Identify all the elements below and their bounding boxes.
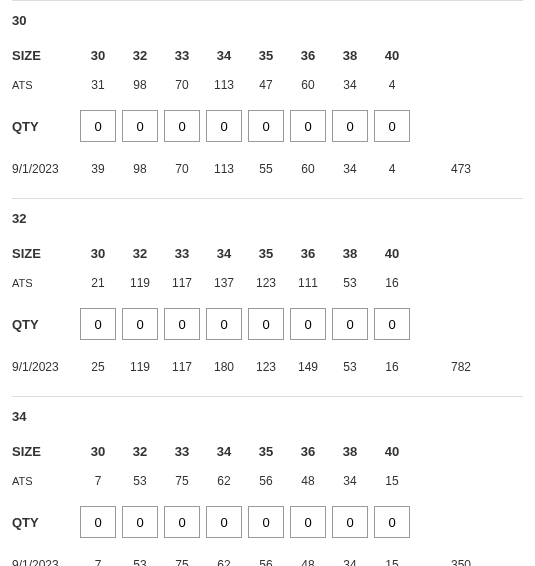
size-header-cell: 34 — [203, 444, 245, 459]
qty-input[interactable] — [374, 110, 410, 142]
qty-input[interactable] — [164, 110, 200, 142]
date-label: 9/1/2023 — [12, 360, 77, 374]
date-cell: 180 — [203, 360, 245, 374]
ats-cell: 21 — [77, 276, 119, 290]
size-header-cell: 35 — [245, 444, 287, 459]
date-cell: 123 — [245, 360, 287, 374]
qty-input[interactable] — [290, 308, 326, 340]
date-cell: 70 — [161, 162, 203, 176]
ats-label: ATS — [12, 79, 77, 91]
qty-input[interactable] — [290, 110, 326, 142]
ats-cell: 56 — [245, 474, 287, 488]
size-header-cell: 38 — [329, 444, 371, 459]
qty-cell — [203, 506, 245, 538]
qty-input[interactable] — [206, 308, 242, 340]
size-header-row: SIZE3032333435363840 — [12, 438, 523, 464]
date-cell: 34 — [329, 558, 371, 566]
qty-input[interactable] — [248, 110, 284, 142]
size-header-cell: 40 — [371, 444, 413, 459]
ats-cell: 16 — [371, 276, 413, 290]
size-header-cell: 30 — [77, 48, 119, 63]
size-header-cell: 30 — [77, 444, 119, 459]
qty-input[interactable] — [164, 308, 200, 340]
size-label: SIZE — [12, 246, 77, 261]
size-header-cell: 40 — [371, 246, 413, 261]
group-title: 34 — [12, 409, 523, 424]
size-header-cell: 33 — [161, 48, 203, 63]
size-header-cell: 34 — [203, 246, 245, 261]
date-cell: 48 — [287, 558, 329, 566]
qty-cell — [245, 308, 287, 340]
date-cell: 60 — [287, 162, 329, 176]
qty-cell — [77, 110, 119, 142]
ats-cell: 15 — [371, 474, 413, 488]
date-label: 9/1/2023 — [12, 558, 77, 566]
date-cell: 56 — [245, 558, 287, 566]
ats-cell: 53 — [119, 474, 161, 488]
date-cell: 4 — [371, 162, 413, 176]
qty-input[interactable] — [206, 110, 242, 142]
ats-row: ATS3198701134760344 — [12, 72, 523, 98]
qty-input[interactable] — [80, 506, 116, 538]
qty-input[interactable] — [374, 506, 410, 538]
qty-input[interactable] — [122, 308, 158, 340]
ats-row: ATS211191171371231115316 — [12, 270, 523, 296]
date-cell: 98 — [119, 162, 161, 176]
qty-input[interactable] — [248, 308, 284, 340]
qty-input[interactable] — [290, 506, 326, 538]
size-header-cell: 33 — [161, 444, 203, 459]
date-cell: 15 — [371, 558, 413, 566]
qty-input[interactable] — [80, 308, 116, 340]
qty-input[interactable] — [122, 506, 158, 538]
ats-cell: 31 — [77, 78, 119, 92]
row-total: 473 — [421, 162, 471, 176]
size-header-cell: 35 — [245, 48, 287, 63]
qty-cell — [371, 506, 413, 538]
date-cell: 16 — [371, 360, 413, 374]
size-header-cell: 38 — [329, 48, 371, 63]
size-label: SIZE — [12, 444, 77, 459]
qty-cell — [77, 506, 119, 538]
size-header-cell: 34 — [203, 48, 245, 63]
qty-input[interactable] — [206, 506, 242, 538]
qty-input[interactable] — [332, 506, 368, 538]
size-header-cell: 32 — [119, 48, 161, 63]
date-label: 9/1/2023 — [12, 162, 77, 176]
qty-cell — [371, 110, 413, 142]
qty-cell — [245, 110, 287, 142]
qty-cell — [161, 506, 203, 538]
row-total: 350 — [421, 558, 471, 566]
qty-input[interactable] — [80, 110, 116, 142]
ats-cell: 119 — [119, 276, 161, 290]
qty-input[interactable] — [122, 110, 158, 142]
size-group: 34SIZE3032333435363840ATS753756256483415… — [12, 396, 523, 566]
qty-cell — [245, 506, 287, 538]
qty-cell — [329, 308, 371, 340]
qty-input[interactable] — [332, 110, 368, 142]
ats-cell: 7 — [77, 474, 119, 488]
qty-input[interactable] — [374, 308, 410, 340]
ats-cell: 70 — [161, 78, 203, 92]
size-header-cell: 35 — [245, 246, 287, 261]
ats-cell: 60 — [287, 78, 329, 92]
qty-input[interactable] — [332, 308, 368, 340]
date-cell: 119 — [119, 360, 161, 374]
qty-row: QTY — [12, 502, 523, 542]
date-cell: 53 — [119, 558, 161, 566]
size-header-cell: 40 — [371, 48, 413, 63]
qty-cell — [203, 308, 245, 340]
row-total: 782 — [421, 360, 471, 374]
qty-input[interactable] — [164, 506, 200, 538]
qty-input[interactable] — [248, 506, 284, 538]
ats-label: ATS — [12, 475, 77, 487]
ats-cell: 34 — [329, 474, 371, 488]
qty-cell — [77, 308, 119, 340]
ats-cell: 117 — [161, 276, 203, 290]
qty-cell — [329, 110, 371, 142]
ats-cell: 48 — [287, 474, 329, 488]
size-group: 30SIZE3032333435363840ATS319870113476034… — [12, 0, 523, 198]
ats-cell: 4 — [371, 78, 413, 92]
qty-cell — [287, 308, 329, 340]
date-cell: 55 — [245, 162, 287, 176]
qty-cell — [203, 110, 245, 142]
